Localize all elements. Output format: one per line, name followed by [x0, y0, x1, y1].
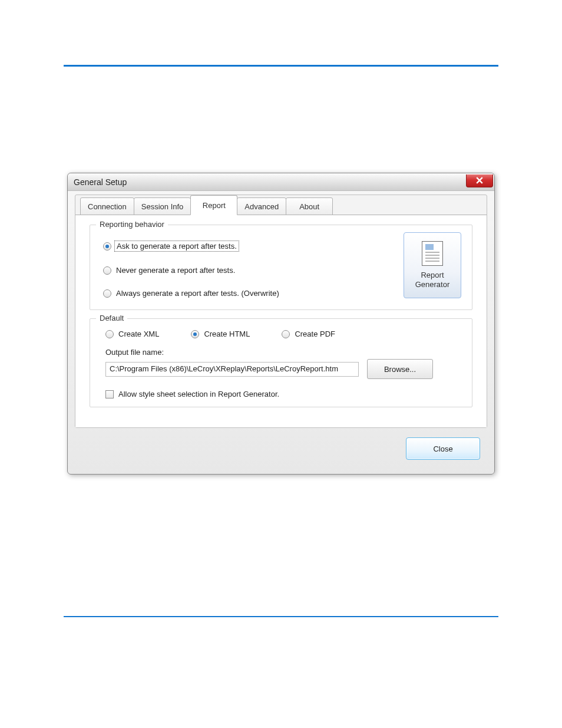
- fieldset-legend: Reporting behavior: [96, 220, 168, 229]
- general-setup-dialog: General Setup Connection Session Info: [67, 173, 495, 475]
- checkbox-label: Allow style sheet selection in Report Ge…: [118, 390, 279, 398]
- tab-label: Connection: [88, 202, 127, 211]
- tab-session-info[interactable]: Session Info: [134, 197, 191, 215]
- tab-advanced[interactable]: Advanced: [237, 197, 286, 215]
- dialog-body: Connection Session Info Report Advanced …: [68, 195, 494, 474]
- radio-icon: [105, 330, 114, 338]
- tab-label: Advanced: [244, 202, 279, 211]
- fieldset-legend: Default: [96, 314, 127, 322]
- page-bottom-rule: [64, 616, 498, 617]
- tab-label: Session Info: [141, 202, 184, 211]
- reporting-behavior-fieldset: Reporting behavior Ask to generate a rep…: [90, 225, 472, 310]
- format-option-pdf[interactable]: Create PDF: [282, 330, 335, 338]
- default-fieldset: Default Create XML Create HTML: [90, 318, 472, 407]
- radio-label: Create XML: [118, 330, 159, 338]
- page-top-rule: [64, 65, 498, 67]
- tab-panel: Connection Session Info Report Advanced …: [75, 195, 487, 428]
- report-generator-button[interactable]: Report Generator: [404, 232, 461, 298]
- button-label: Browse...: [384, 365, 416, 374]
- tab-report[interactable]: Report: [190, 195, 237, 215]
- behavior-option-always[interactable]: Always generate a report after tests. (O…: [103, 289, 380, 298]
- close-icon: [476, 177, 483, 184]
- radio-label: Always generate a report after tests. (O…: [116, 289, 279, 298]
- behavior-option-ask[interactable]: Ask to generate a report after tests.: [103, 241, 380, 252]
- titlebar: General Setup: [68, 173, 494, 191]
- button-label-line1: Report: [421, 271, 444, 280]
- tab-connection[interactable]: Connection: [80, 197, 134, 215]
- radio-label: Create HTML: [204, 330, 250, 338]
- button-label: Close: [433, 444, 452, 453]
- tab-label: About: [299, 202, 319, 211]
- dialog-footer: Close: [75, 428, 487, 467]
- tab-about[interactable]: About: [286, 197, 333, 215]
- radio-icon: [282, 330, 290, 338]
- radio-label: Never generate a report after tests.: [116, 266, 235, 275]
- radio-icon: [103, 266, 111, 275]
- output-file-label: Output file name:: [105, 348, 461, 357]
- radio-icon: [103, 289, 111, 298]
- close-button[interactable]: Close: [406, 437, 480, 460]
- stylesheet-checkbox-row[interactable]: Allow style sheet selection in Report Ge…: [105, 390, 461, 398]
- output-file-input[interactable]: C:\Program Files (x86)\LeCroy\XReplay\Re…: [105, 362, 359, 377]
- radio-label: Ask to generate a report after tests.: [114, 241, 239, 252]
- tab-strip: Connection Session Info Report Advanced …: [75, 195, 487, 215]
- radio-icon: [103, 242, 111, 251]
- format-option-xml[interactable]: Create XML: [105, 330, 159, 338]
- button-label-line2: Generator: [415, 280, 450, 289]
- document-icon: [422, 241, 443, 266]
- window-close-button[interactable]: [466, 174, 493, 187]
- format-option-html[interactable]: Create HTML: [191, 330, 250, 338]
- checkbox-icon: [105, 390, 114, 398]
- behavior-option-never[interactable]: Never generate a report after tests.: [103, 266, 380, 275]
- radio-label: Create PDF: [295, 330, 335, 338]
- radio-icon: [191, 330, 199, 338]
- browse-button[interactable]: Browse...: [367, 359, 433, 379]
- tab-label: Report: [203, 201, 226, 210]
- window-title: General Setup: [74, 177, 127, 187]
- tab-content-report: Reporting behavior Ask to generate a rep…: [75, 215, 487, 427]
